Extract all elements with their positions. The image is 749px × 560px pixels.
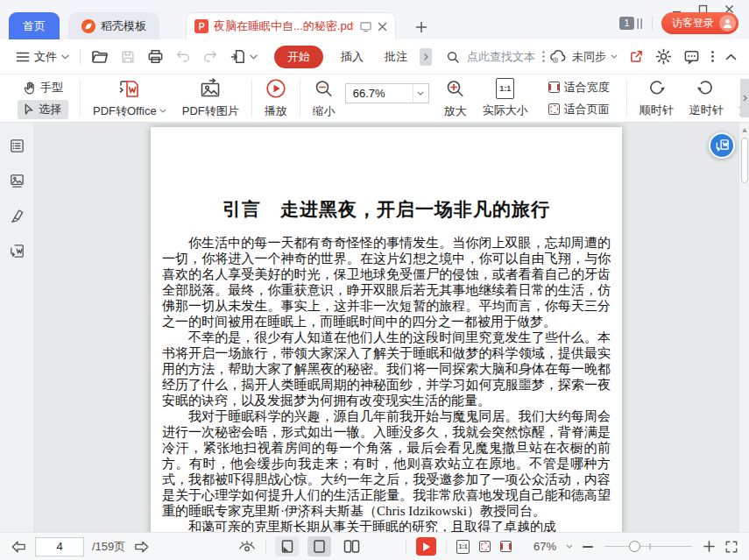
sync-status[interactable]: 未同步 xyxy=(548,49,618,65)
rotate-clockwise-label: 顺时针 xyxy=(639,103,674,118)
chevron-down-icon xyxy=(159,109,166,113)
undo-icon[interactable] xyxy=(175,49,191,64)
rotate-counterclockwise-icon xyxy=(696,78,717,99)
select-tool-label: 选择 xyxy=(39,102,61,117)
collapse-toolbar-icon[interactable] xyxy=(725,53,737,60)
view-two-page-button[interactable] xyxy=(340,536,364,556)
status-bar: /159页 1:1 67% xyxy=(0,532,749,560)
zoom-minus-button[interactable] xyxy=(583,546,593,548)
play-label: 播放 xyxy=(265,103,287,119)
zoom-plus-button[interactable] xyxy=(703,541,715,552)
pdf-page[interactable]: 引言 走进黑夜，开启一场非凡的旅行 你生活中的每一天都有奇奇怪怪的事情发生。当你… xyxy=(151,127,622,532)
play-button[interactable]: 播放 xyxy=(257,77,295,119)
pdf-to-office-icon xyxy=(117,78,141,100)
zoom-level-select[interactable]: 66.7% xyxy=(345,83,429,103)
guest-login-label: 访客登录 xyxy=(672,16,714,31)
more-options-icon[interactable] xyxy=(711,51,714,62)
zoom-in-button[interactable]: 放大 xyxy=(436,78,475,119)
vertical-scrollbar[interactable] xyxy=(738,123,749,532)
zoom-in-label: 放大 xyxy=(444,103,467,119)
pdf-to-image-label: PDF转图片 xyxy=(182,103,239,119)
hand-tool-button[interactable]: 手型 xyxy=(18,78,68,97)
view-single-page-button[interactable] xyxy=(307,536,331,556)
new-tab-button[interactable] xyxy=(415,21,427,33)
fit-width-icon xyxy=(548,82,560,93)
export-word-panel-button[interactable] xyxy=(7,240,28,261)
zoom-slider-thumb[interactable] xyxy=(629,541,640,552)
guest-login-button[interactable]: 访客登录 xyxy=(661,12,738,34)
zoom-out-button[interactable]: 缩小 xyxy=(305,78,343,119)
pdf-to-image-button[interactable]: PDF转图片 xyxy=(174,78,247,119)
tab-insert[interactable]: 插入 xyxy=(330,49,374,65)
print-button[interactable] xyxy=(147,48,164,65)
fit-page-label: 适合页面 xyxy=(564,102,610,117)
pdf-to-office-button[interactable]: PDF转Office xyxy=(85,78,174,119)
fit-page-button[interactable]: 适合页面 xyxy=(543,100,615,119)
tab-count-badge[interactable]: 1 xyxy=(619,17,634,30)
export-convert-button[interactable] xyxy=(230,48,258,65)
document-tab-title: 夜脑在睡眠中自...的秘密.pdf xyxy=(214,18,354,34)
prev-page-arrow-icon[interactable] xyxy=(11,540,27,554)
scroll-up-icon[interactable] xyxy=(742,128,747,132)
fullscreen-icon[interactable] xyxy=(724,540,738,554)
rotate-clockwise-button[interactable]: 顺时针 xyxy=(632,78,682,118)
actual-size-button[interactable]: 1:1 实际大小 xyxy=(475,78,536,118)
search-placeholder: 点此查找文本 xyxy=(467,49,535,65)
play-circle-icon xyxy=(265,77,287,100)
fit-width-status-button[interactable] xyxy=(500,541,512,552)
tab-start[interactable]: 开始 xyxy=(274,46,323,68)
rotate-counterclockwise-button[interactable]: 逆时针 xyxy=(682,78,731,118)
fullscreen-play-button[interactable] xyxy=(416,537,436,556)
page-number-input[interactable] xyxy=(35,537,84,556)
tab-docer-templates[interactable]: 稻壳模板 xyxy=(68,12,159,39)
window-list-icon[interactable] xyxy=(637,18,643,30)
next-page-arrow-icon[interactable] xyxy=(133,540,150,554)
feedback-comment-icon[interactable] xyxy=(683,49,700,65)
document-heading: 引言 走进黑夜，开启一场非凡的旅行 xyxy=(162,197,611,222)
close-tab-icon[interactable] xyxy=(378,22,387,32)
convert-to-word-float-button[interactable] xyxy=(709,132,735,159)
select-tool-button[interactable]: 选择 xyxy=(18,100,68,119)
zoom-slider[interactable] xyxy=(604,538,692,556)
redo-icon[interactable] xyxy=(202,49,218,64)
paragraph-1: 你生活中的每一天都有奇奇怪怪的事情发生。当你闭上双眼，忘却周遭的一切，你将进入一… xyxy=(162,235,611,330)
tab-document[interactable]: 夜脑在睡眠中自...的秘密.pdf xyxy=(186,12,396,39)
eye-protection-icon[interactable] xyxy=(237,539,257,554)
search-options-icon xyxy=(542,51,545,62)
share-icon[interactable] xyxy=(629,49,644,64)
save-button[interactable] xyxy=(120,49,136,65)
outline-panel-button[interactable] xyxy=(7,135,28,156)
monitor-icon[interactable] xyxy=(359,21,372,32)
sync-status-label: 未同步 xyxy=(572,49,606,65)
view-controls xyxy=(237,536,364,556)
open-file-button[interactable] xyxy=(91,49,109,65)
fit-page-status-button[interactable] xyxy=(479,541,491,552)
zoom-out-label: 缩小 xyxy=(313,103,336,119)
rotate-clockwise-icon xyxy=(646,78,667,99)
wps-pdf-app: 首页 稻壳模板 夜脑在睡眠中自...的秘密.pdf 1 访客登录 xyxy=(0,0,749,560)
one-to-one-icon: 1:1 xyxy=(496,78,514,99)
actual-size-status-button[interactable]: 1:1 xyxy=(456,540,470,554)
search-box[interactable]: 点此查找文本 xyxy=(446,49,545,65)
thumbnail-panel-button[interactable] xyxy=(7,170,28,191)
sign-pen-panel-button[interactable] xyxy=(7,205,28,226)
tab-annotate[interactable]: 批注 xyxy=(374,49,418,65)
doc-convert-icon xyxy=(715,138,730,152)
tabbar-right-cluster: 1 访客登录 xyxy=(619,12,738,34)
combo-caret-icon[interactable] xyxy=(413,84,428,103)
main-area: 引言 走进黑夜，开启一场非凡的旅行 你生活中的每一天都有奇奇怪怪的事情发生。当你… xyxy=(0,123,749,532)
view-continuous-button[interactable] xyxy=(275,536,299,556)
tab-home[interactable]: 首页 xyxy=(9,12,60,39)
zoom-caret-icon[interactable] xyxy=(566,544,573,549)
scrollbar-thumb[interactable] xyxy=(741,138,748,183)
file-menu-label: 文件 xyxy=(34,49,57,65)
left-panel xyxy=(0,123,35,532)
cursor-arrow-icon xyxy=(23,103,34,116)
ribbon-toolbar: 手型 选择 PDF转Office PDF转图片 播放 缩小 66.7% xyxy=(0,74,749,123)
file-menu[interactable]: 文件 xyxy=(16,49,69,65)
more-tabs-button[interactable] xyxy=(420,48,432,66)
fit-width-button[interactable]: 适合宽度 xyxy=(543,78,615,97)
ribbon-expand-button[interactable] xyxy=(740,79,749,117)
hand-tool-label: 手型 xyxy=(40,80,63,96)
settings-gear-icon[interactable] xyxy=(655,48,672,65)
